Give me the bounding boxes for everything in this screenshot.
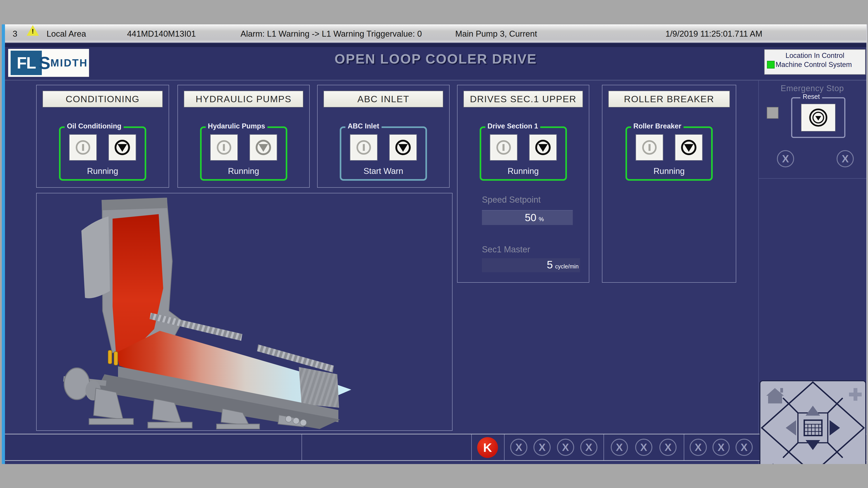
window-edge-strip (2, 24, 5, 464)
warning-icon: ! (27, 25, 39, 36)
stop-icon (681, 140, 696, 155)
start-icon (496, 140, 511, 155)
x-button-group-2: XXX (603, 434, 684, 460)
panel-abc-inlet: ABC INLET ABC Inlet Start Warn (317, 85, 450, 188)
alarm-message: Alarm: L1 Warning -> L1 Warning Triggerv… (241, 25, 422, 43)
sec1-master-value: 5 (547, 258, 553, 271)
x-button[interactable]: X (580, 439, 597, 456)
alarm-source: Main Pump 3, Current (455, 25, 537, 43)
abc-inlet-group: ABC Inlet Start Warn (340, 126, 427, 181)
x-button[interactable]: X (557, 439, 574, 456)
reset-group: Reset (791, 97, 845, 138)
x-button[interactable]: X (690, 439, 707, 456)
status-text: Running (481, 166, 565, 176)
stop-icon (115, 140, 130, 155)
alarm-tag: 441MD140M13I01 (127, 25, 196, 43)
button-row (341, 135, 426, 160)
hydraulic-pumps-group: Hydarulic Pumps Running (200, 126, 287, 181)
sec1-master-value-box[interactable]: 5 cycle/min (482, 258, 580, 272)
header-band: FL S MIDTH OPEN LOOP COOLER DRIVE Locati… (5, 43, 866, 81)
x-button[interactable]: X (659, 439, 677, 456)
alarm-bar[interactable]: 3 ! Local Area 441MD140M13I01 Alarm: L1 … (5, 24, 866, 43)
start-button[interactable] (70, 135, 96, 160)
stop-icon (395, 140, 411, 155)
stop-icon (256, 140, 271, 155)
sec1-master-label: Sec1 Master (482, 245, 530, 254)
stop-icon (535, 140, 551, 155)
start-button[interactable] (350, 135, 377, 160)
emergency-stop-title: Emergency Stop (760, 84, 865, 93)
roller-breaker-group: Roller Breaker Running (625, 126, 713, 181)
group-label: Oil Conditioning (65, 122, 124, 130)
x-button[interactable]: X (712, 439, 730, 456)
start-icon (217, 140, 231, 155)
status-text: Running (627, 166, 711, 176)
panel-drives-sec1-upper: DRIVES SEC.1 UPPER Drive Section 1 Runni… (457, 85, 589, 283)
stop-button[interactable] (109, 135, 135, 160)
drive-section1-group: Drive Section 1 Running (480, 126, 567, 181)
cooler-3d-image (37, 193, 452, 430)
nav-left-icon (786, 420, 796, 435)
group-label: ABC Inlet (345, 122, 381, 130)
oil-conditioning-group: Oil Conditioning Running (59, 126, 146, 181)
location-in-control-box: Location In Control Machine Control Syst… (764, 49, 866, 74)
page-title: OPEN LOOP COOLER DRIVE (5, 51, 866, 67)
stop-button[interactable] (675, 135, 702, 160)
x-button[interactable]: X (777, 150, 794, 167)
roller-breaker-header-button[interactable]: ROLLER BREAKER (609, 91, 730, 107)
nav-right-icon (830, 420, 840, 435)
bottom-bar-divider (471, 434, 472, 460)
x-button[interactable]: X (635, 439, 652, 456)
reset-button[interactable] (801, 104, 835, 131)
status-text: Running (61, 166, 145, 176)
button-row (61, 135, 145, 160)
stop-button[interactable] (530, 135, 556, 160)
k-button[interactable]: K (477, 437, 498, 458)
navigation-pad[interactable] (760, 380, 866, 464)
x-button[interactable]: X (510, 439, 527, 456)
button-row (202, 135, 286, 160)
start-icon (642, 140, 657, 155)
nav-up-icon (806, 406, 820, 416)
reset-label: Reset (800, 93, 822, 100)
start-button[interactable] (490, 135, 517, 160)
location-line2: Machine Control System (776, 61, 852, 69)
zoom-in-icon (849, 388, 862, 401)
group-label: Hydarulic Pumps (206, 122, 268, 130)
x-button-group-1: XXXX (504, 434, 603, 460)
start-button[interactable] (636, 135, 663, 160)
reset-icon (809, 109, 827, 127)
group-label: Drive Section 1 (485, 122, 540, 130)
emergency-indicator-square (767, 107, 778, 119)
right-column-divider (758, 81, 759, 464)
x-button[interactable]: X (736, 439, 753, 456)
keypad-icon (804, 420, 822, 435)
location-line1: Location In Control (765, 52, 865, 60)
panel-conditioning: CONDITIONING Oil Conditioning Running (36, 85, 169, 188)
hydraulic-pumps-header-button[interactable]: HYDRAULIC PUMPS (184, 91, 303, 107)
group-label: Roller Breaker (631, 122, 684, 130)
location-line2-row: Machine Control System (767, 61, 865, 69)
alarm-count: 3 (13, 25, 18, 43)
home-icon (766, 388, 784, 403)
conditioning-header-button[interactable]: CONDITIONING (43, 91, 162, 107)
start-button[interactable] (211, 135, 237, 160)
speed-setpoint-unit: % (539, 216, 544, 223)
bottom-bar: K XXXX XXX XXX (5, 434, 866, 461)
control-indicator-led (767, 61, 775, 68)
nav-pad-graphic (761, 381, 865, 464)
stop-button[interactable] (250, 135, 277, 160)
x-button[interactable]: X (837, 150, 854, 167)
drives-sec1-header-button[interactable]: DRIVES SEC.1 UPPER (464, 91, 583, 107)
nav-down-icon (806, 440, 820, 450)
x-button[interactable]: X (533, 439, 551, 456)
status-text: Start Warn (341, 166, 426, 176)
abc-inlet-header-button[interactable]: ABC INLET (324, 91, 443, 107)
cooler-image-panel (36, 193, 453, 431)
stop-button[interactable] (390, 135, 416, 160)
x-button[interactable]: X (611, 439, 628, 456)
speed-setpoint-input[interactable]: 50 % (482, 210, 573, 225)
start-icon (76, 140, 90, 155)
button-row (627, 135, 711, 160)
emergency-x-row: X X (777, 150, 854, 167)
